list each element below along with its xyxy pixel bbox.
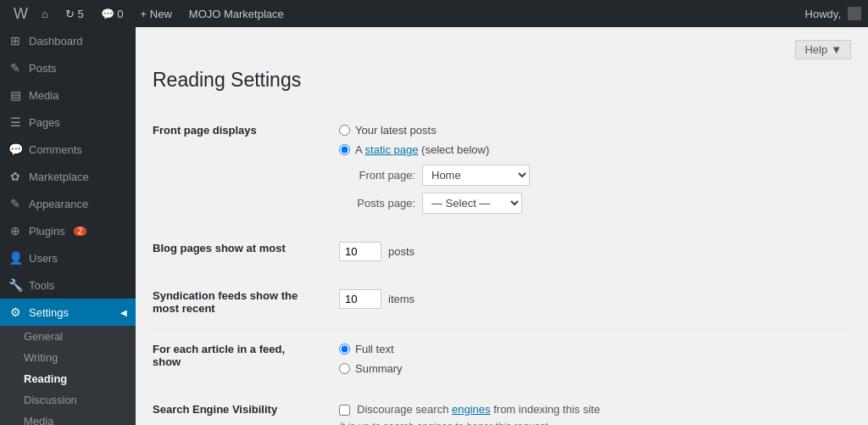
- adminbar-new[interactable]: + New: [134, 8, 179, 20]
- sidebar-item-label: Media: [29, 89, 58, 102]
- sidebar-item-label: Appearance: [29, 198, 88, 210]
- syndication-row: Syndication feeds show the most recent i…: [153, 275, 851, 328]
- adminbar-comments[interactable]: 💬 0: [94, 8, 131, 20]
- wp-logo[interactable]: W: [7, 5, 35, 23]
- front-page-label: Front page displays: [153, 110, 339, 228]
- sidebar-item-users[interactable]: 👤 Users: [0, 244, 136, 271]
- submenu-writing[interactable]: Writing: [0, 347, 136, 368]
- sidebar-item-posts[interactable]: ✎ Posts: [0, 54, 136, 81]
- help-arrow: ▼: [831, 43, 842, 56]
- sidebar-item-label: Marketplace: [29, 171, 89, 183]
- adminbar-updates[interactable]: ↻ 5: [58, 8, 91, 20]
- sidebar-item-dashboard[interactable]: ⊞ Dashboard: [0, 27, 136, 54]
- sidebar: ⊞ Dashboard ✎ Posts ▤ Media ☰ Pages 💬 Co…: [0, 27, 136, 425]
- front-page-select-label: Front page:: [339, 169, 415, 182]
- search-engine-checkbox[interactable]: [339, 405, 350, 416]
- help-button[interactable]: Help ▼: [795, 40, 851, 59]
- blog-pages-input[interactable]: [339, 242, 381, 261]
- sidebar-item-settings[interactable]: ⚙ Settings ◀: [0, 299, 136, 326]
- sidebar-item-label: Posts: [29, 62, 57, 75]
- feed-article-row: For each article in a feed, show Full te…: [153, 328, 851, 389]
- sidebar-item-label: Dashboard: [29, 35, 83, 48]
- sidebar-item-media[interactable]: ▤ Media: [0, 81, 136, 109]
- plugins-badge: 2: [74, 226, 87, 236]
- front-page-select[interactable]: Home Sample Page: [422, 165, 530, 186]
- tools-icon: 🔧: [8, 278, 22, 292]
- plugins-icon: ⊕: [8, 224, 22, 238]
- page-title: Reading Settings: [153, 68, 851, 93]
- latest-posts-label: Your latest posts: [355, 124, 437, 137]
- summary-radio[interactable]: [339, 363, 350, 374]
- submenu-reading[interactable]: Reading: [0, 368, 136, 389]
- adminbar-avatar: [848, 7, 861, 20]
- settings-icon: ⚙: [8, 305, 22, 319]
- search-engine-checkbox-label: Discourage search engines from indexing …: [357, 403, 600, 416]
- sidebar-item-label: Plugins: [29, 225, 65, 238]
- static-page-label: A static page (select below): [355, 143, 489, 156]
- syndication-input[interactable]: [339, 289, 381, 309]
- posts-icon: ✎: [8, 61, 22, 75]
- sidebar-item-marketplace[interactable]: ✿ Marketplace: [0, 163, 136, 190]
- sidebar-item-label: Settings: [29, 306, 69, 319]
- pages-icon: ☰: [8, 115, 22, 129]
- sidebar-item-tools[interactable]: 🔧 Tools: [0, 271, 136, 299]
- latest-posts-radio[interactable]: [339, 125, 350, 136]
- settings-submenu: General Writing Reading Discussion Media…: [0, 326, 136, 425]
- search-engine-label: Search Engine Visibility: [153, 389, 339, 425]
- search-engine-note: It is up to search engines to honor this…: [339, 421, 851, 425]
- settings-table: Front page displays Your latest posts: [153, 110, 851, 425]
- dashboard-icon: ⊞: [8, 34, 22, 48]
- search-engines-link[interactable]: engines: [452, 403, 491, 416]
- syndication-label: Syndication feeds show the most recent: [153, 275, 339, 328]
- sidebar-item-label: Comments: [29, 143, 82, 156]
- sidebar-item-comments[interactable]: 💬 Comments: [0, 136, 136, 163]
- sidebar-item-label: Users: [29, 252, 58, 265]
- search-engine-row: Search Engine Visibility Discourage sear…: [153, 389, 851, 425]
- blog-pages-row: Blog pages show at most posts: [153, 227, 851, 275]
- summary-label: Summary: [355, 362, 403, 375]
- appearance-icon: ✎: [8, 197, 22, 210]
- syndication-suffix: items: [388, 293, 415, 305]
- users-icon: 👤: [8, 251, 22, 265]
- comments-icon: 💬: [8, 143, 22, 156]
- marketplace-icon: ✿: [8, 170, 22, 183]
- front-page-options: Your latest posts A static page (select …: [339, 110, 851, 228]
- front-page-row: Front page displays Your latest posts: [153, 110, 851, 228]
- blog-pages-label: Blog pages show at most: [153, 227, 339, 275]
- sidebar-item-label: Pages: [29, 116, 60, 129]
- full-text-label: Full text: [355, 343, 394, 355]
- posts-page-select[interactable]: — Select — Blog News: [422, 193, 522, 214]
- submenu-general[interactable]: General: [0, 326, 136, 347]
- blog-pages-suffix: posts: [388, 245, 415, 258]
- static-page-radio[interactable]: [339, 144, 350, 155]
- admin-bar: W ⌂ ↻ 5 💬 0 + New MOJO Marketplace Howdy…: [0, 0, 868, 27]
- sidebar-item-pages[interactable]: ☰ Pages: [0, 109, 136, 136]
- sidebar-item-plugins[interactable]: ⊕ Plugins 2: [0, 217, 136, 244]
- sidebar-item-appearance[interactable]: ✎ Appearance: [0, 190, 136, 217]
- sidebar-item-label: Tools: [29, 279, 54, 292]
- adminbar-howdy: Howdy,: [805, 8, 841, 20]
- static-page-link[interactable]: static page: [365, 143, 419, 156]
- main-content: Help ▼ Reading Settings Front page displ…: [136, 27, 868, 425]
- media-icon: ▤: [8, 88, 22, 102]
- help-label: Help: [804, 43, 827, 56]
- adminbar-marketplace[interactable]: MOJO Marketplace: [182, 8, 291, 20]
- adminbar-home[interactable]: ⌂: [35, 8, 55, 20]
- posts-page-select-label: Posts page:: [339, 197, 415, 210]
- submenu-media[interactable]: Media: [0, 411, 136, 425]
- full-text-radio[interactable]: [339, 344, 350, 355]
- settings-arrow: ◀: [120, 308, 127, 317]
- submenu-discussion[interactable]: Discussion: [0, 389, 136, 411]
- feed-article-label: For each article in a feed, show: [153, 328, 339, 389]
